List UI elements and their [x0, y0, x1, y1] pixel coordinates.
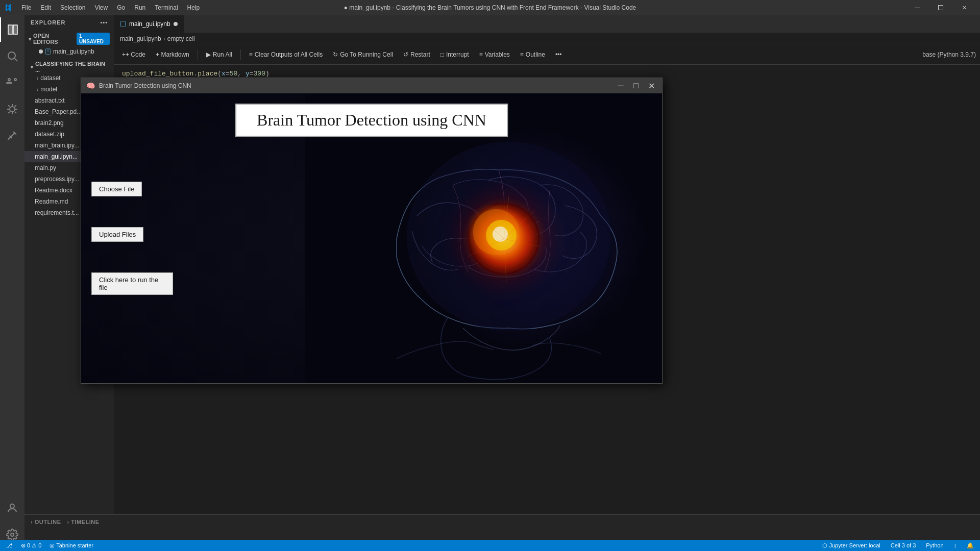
- menu-file[interactable]: File: [17, 3, 35, 12]
- choose-file-button[interactable]: Choose File: [91, 182, 142, 196]
- close-button[interactable]: ✕: [952, 0, 976, 15]
- svg-line-5: [15, 59, 18, 62]
- python-version-badge[interactable]: base (Python 3.9.7): [922, 51, 976, 58]
- status-python-language[interactable]: Python: [924, 542, 945, 548]
- sidebar-header: EXPLORER •••: [24, 15, 114, 30]
- svg-rect-0: [915, 8, 920, 8]
- add-markdown-button[interactable]: + Markdown: [152, 49, 193, 60]
- restart-icon: ↺: [403, 51, 408, 58]
- bottom-panels: › OUTLINE › TIMELINE: [24, 514, 980, 540]
- svg-rect-12: [121, 21, 126, 27]
- outline-chevron-icon: ›: [31, 519, 35, 525]
- svg-point-6: [10, 107, 15, 112]
- run-all-button[interactable]: ▶ Run All: [202, 49, 236, 60]
- title-bar: File Edit Selection View Go Run Terminal…: [0, 0, 980, 15]
- status-jupyter[interactable]: ⬡ Jupyter Server: local: [820, 542, 882, 549]
- activity-extensions[interactable]: [0, 123, 24, 148]
- brain-svg: [305, 93, 662, 383]
- toolbar-sep-1: [198, 49, 198, 60]
- status-bell[interactable]: 🔔: [965, 542, 976, 549]
- activity-account[interactable]: [0, 496, 24, 520]
- svg-point-21: [493, 227, 508, 242]
- panel-tab-timeline[interactable]: › TIMELINE: [67, 517, 100, 527]
- variables-icon: ≡: [479, 51, 483, 58]
- interrupt-icon: □: [440, 51, 444, 58]
- title-controls: ✕: [905, 0, 976, 15]
- tabnine-icon: ◎: [50, 542, 55, 549]
- upload-files-button[interactable]: Upload Files: [91, 227, 143, 242]
- menu-help[interactable]: Help: [183, 3, 204, 12]
- panel-tabs: › OUTLINE › TIMELINE: [24, 515, 980, 529]
- window-minimize-button[interactable]: ─: [615, 80, 626, 91]
- status-cell-info[interactable]: Cell 3 of 3: [889, 542, 918, 548]
- status-bar: ⎇ ⊗ 0 ⚠ 0 ◎ Tabnine starter ⬡ Jupyter Se…: [0, 540, 980, 551]
- status-git[interactable]: ⎇: [4, 542, 15, 549]
- open-editors-chevron: ▾: [29, 36, 31, 42]
- breadcrumb-separator: ›: [163, 35, 165, 42]
- window-content: Brain Tumor Detection using CNN Choose F…: [81, 93, 662, 383]
- notebook-icon: [45, 48, 51, 55]
- activity-source-control[interactable]: [0, 70, 24, 95]
- editor-tab-main-gui[interactable]: main_gui.ipynb: [114, 15, 184, 33]
- go-to-running-button[interactable]: ↻ Go To Running Cell: [329, 49, 397, 60]
- menu-run[interactable]: Run: [130, 3, 150, 12]
- activity-explorer[interactable]: [0, 17, 24, 42]
- toolbar-sep-2: [240, 49, 241, 60]
- toolbar-more-button[interactable]: •••: [551, 49, 566, 60]
- maximize-button[interactable]: [929, 0, 952, 15]
- open-editors-header[interactable]: ▾ OPEN EDITORS 1 UNSAVED: [24, 32, 114, 46]
- menu-terminal[interactable]: Terminal: [151, 3, 182, 12]
- project-folder-header[interactable]: ▾ CLASSIFYING THE BRAIN ...: [24, 61, 114, 72]
- vscode-logo-icon: [4, 4, 12, 12]
- clear-icon: ≡: [249, 51, 253, 58]
- menu-go[interactable]: Go: [113, 3, 129, 12]
- window-maximize-button[interactable]: □: [630, 80, 642, 91]
- window-close-button[interactable]: ✕: [646, 80, 657, 91]
- tab-notebook-icon: [120, 21, 126, 27]
- interrupt-button[interactable]: □ Interrupt: [436, 49, 473, 60]
- app-title-text: Brain Tumor Detection using CNN: [257, 111, 486, 129]
- model-chevron: ›: [37, 87, 38, 92]
- outline-button[interactable]: ≡ Outline: [516, 49, 549, 60]
- menu-view[interactable]: View: [90, 3, 112, 12]
- activity-debug[interactable]: [0, 97, 24, 121]
- status-tabnine[interactable]: ◎ Tabnine starter: [47, 542, 95, 549]
- svg-rect-1: [939, 6, 943, 10]
- dataset-chevron: ›: [37, 76, 38, 81]
- panel-tab-outline[interactable]: › OUTLINE: [31, 517, 61, 527]
- svg-point-7: [10, 504, 14, 508]
- minimize-button[interactable]: [905, 0, 929, 15]
- unsaved-dot-icon: [174, 22, 178, 26]
- error-icon: ⊗: [21, 542, 26, 549]
- sidebar-open-file-main-gui[interactable]: main_gui.ipynb: [24, 46, 114, 57]
- restart-button[interactable]: ↺ Restart: [399, 49, 434, 60]
- activity-search[interactable]: [0, 44, 24, 68]
- outline-icon: ≡: [520, 51, 524, 58]
- menu-edit[interactable]: Edit: [36, 3, 55, 12]
- toolbar-right: base (Python 3.9.7): [922, 51, 976, 58]
- folder-chevron: ▾: [31, 64, 33, 70]
- add-code-button[interactable]: + + Code: [118, 49, 150, 60]
- window-titlebar: 🧠 Brain Tumor Detection using CNN ─ □ ✕: [81, 78, 662, 93]
- status-sync[interactable]: ↕: [952, 542, 959, 548]
- run-all-icon: ▶: [206, 51, 211, 58]
- jupyter-icon: ⬡: [822, 542, 827, 549]
- tab-bar: main_gui.ipynb: [114, 15, 980, 33]
- notebook-toolbar: + + Code + Markdown ▶ Run All ≡ Clear Ou…: [114, 44, 980, 65]
- status-errors[interactable]: ⊗ 0 ⚠ 0: [19, 542, 43, 549]
- activity-bar: [0, 15, 24, 551]
- variables-button[interactable]: ≡ Variables: [475, 49, 514, 60]
- app-title-box: Brain Tumor Detection using CNN: [235, 104, 508, 137]
- plus-icon: +: [122, 51, 126, 58]
- status-bar-left: ⎇ ⊗ 0 ⚠ 0 ◎ Tabnine starter: [4, 542, 95, 549]
- run-file-button[interactable]: Click here to run the file: [91, 272, 173, 295]
- git-branch-icon: ⎇: [6, 542, 13, 549]
- window-app-icon: 🧠: [86, 82, 95, 90]
- title-bar-left: File Edit Selection View Go Run Terminal…: [4, 3, 204, 12]
- clear-outputs-button[interactable]: ≡ Clear Outputs of All Cells: [245, 49, 327, 60]
- menu-selection[interactable]: Selection: [56, 3, 89, 12]
- status-bar-right: ⬡ Jupyter Server: local Cell 3 of 3 Pyth…: [820, 542, 976, 549]
- open-editors-section: ▾ OPEN EDITORS 1 UNSAVED main_gui.ipynb: [24, 30, 114, 59]
- window-title-text: Brain Tumor Detection using CNN: [99, 82, 611, 89]
- go-to-running-icon: ↻: [333, 51, 338, 58]
